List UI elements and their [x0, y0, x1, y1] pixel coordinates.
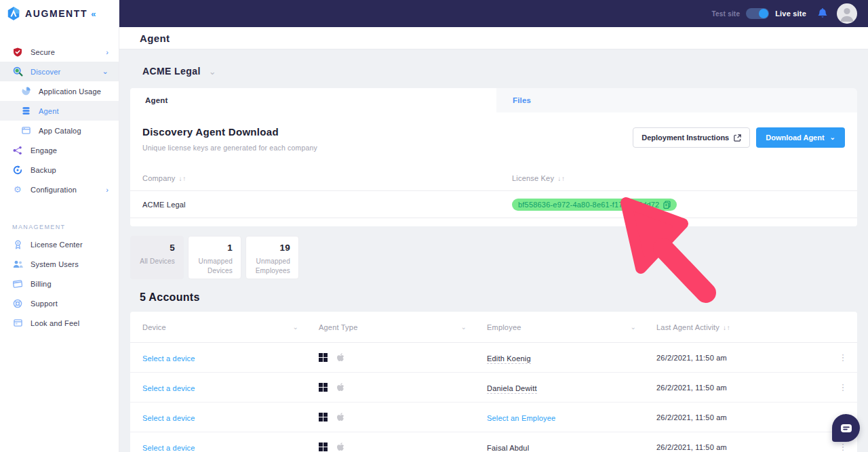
license-key-pill[interactable]: bf558636-e972-4a80-8e61-f176fd85dd72 [512, 199, 677, 211]
windows-icon [319, 383, 328, 392]
accounts-table: Device⌄ Agent Type⌄ Employee⌄ Last Agent… [130, 312, 857, 452]
download-agent-button[interactable]: Download Agent ⌄ [756, 127, 845, 148]
select-device-link[interactable]: Select a device [142, 414, 195, 422]
row-menu-icon[interactable]: ⋮ [829, 443, 857, 451]
site-mode-toggle[interactable] [746, 8, 769, 19]
sidebar-item-label: Look and Feel [31, 319, 79, 327]
stat-label: Unmapped Devices [197, 257, 233, 275]
window-icon [12, 318, 23, 329]
toggle-knob [759, 9, 768, 18]
company-cell: ACME Legal [142, 201, 512, 209]
company-selector[interactable]: ACME Legal ⌄ [142, 64, 216, 78]
license-table-row: ACME Legal bf558636-e972-4a80-8e61-f176f… [130, 191, 857, 218]
select-device-link[interactable]: Select a device [142, 354, 195, 363]
stat-unmapped-employees[interactable]: 19 Unmapped Employees [245, 236, 299, 279]
sidebar-item-agent[interactable]: Agent [0, 101, 119, 121]
sidebar-item-configuration[interactable]: ⚙ Configuration › [0, 180, 119, 199]
sort-icon[interactable]: ↓ ↑ [557, 175, 564, 182]
column-header-company[interactable]: Company↓ ↑ [142, 174, 512, 182]
page-title: Agent [140, 33, 170, 44]
pie-chart-icon [20, 86, 31, 97]
sidebar-item-label: Configuration [31, 186, 77, 194]
sidebar-item-billing[interactable]: Billing [0, 274, 119, 293]
last-agent-activity: 26/2/2021, 11:50 am [656, 443, 829, 451]
sidebar-item-discover[interactable]: Discover ⌄ [0, 62, 119, 81]
table-row: Select a device Edith Koenig 26/2/2021, … [130, 343, 857, 373]
management-section-label: MANAGEMENT [0, 220, 119, 234]
select-employee-link[interactable]: Select an Employee [487, 414, 555, 422]
sidebar-item-application-usage[interactable]: Application Usage [0, 81, 119, 101]
apple-icon [336, 413, 344, 422]
column-label: License Key [512, 174, 554, 182]
sidebar-item-support[interactable]: Support [0, 293, 119, 313]
select-device-link[interactable]: Select a device [142, 384, 195, 392]
sort-icon[interactable]: ↓ ↑ [723, 324, 730, 331]
column-header-last-agent-activity[interactable]: Last Agent Activity↓ ↑ [656, 323, 829, 331]
stat-value: 19 [280, 243, 290, 253]
users-icon [12, 259, 23, 270]
topbar: Test site Live site [119, 0, 868, 27]
sidebar-item-license-center[interactable]: License Center [0, 234, 119, 254]
stat-all-devices[interactable]: 5 All Devices [130, 236, 184, 279]
tab-label: Files [513, 96, 531, 104]
copy-icon[interactable] [663, 201, 671, 209]
last-agent-activity: 26/2/2021, 11:50 am [656, 413, 829, 422]
sidebar-item-label: License Center [31, 241, 83, 249]
sidebar-item-label: Application Usage [39, 87, 101, 96]
stat-unmapped-devices[interactable]: 1 Unmapped Devices [188, 236, 241, 279]
employee-name[interactable]: Faisal Abdul [487, 444, 529, 452]
select-device-link[interactable]: Select a device [142, 444, 195, 452]
notifications-bell-icon[interactable] [817, 8, 828, 20]
sidebar-collapse-icon[interactable]: « [91, 9, 94, 19]
network-icon [12, 145, 23, 156]
employee-name[interactable]: Daniela Dewitt [487, 384, 537, 394]
sidebar-item-label: Discover [31, 68, 60, 76]
main-content: ACME Legal ⌄ Agent Files Discovery Agent… [119, 49, 868, 452]
chat-widget-button[interactable] [832, 414, 860, 442]
backup-icon [12, 165, 23, 176]
employee-name[interactable]: Edith Koenig [487, 354, 531, 364]
sidebar: AUGMENTT « Secure › Discover ⌄ Applicati… [0, 0, 119, 452]
sidebar-item-label: Backup [31, 166, 56, 174]
agent-panel: Agent Files Discovery Agent Download Uni… [130, 88, 857, 226]
chevron-down-icon: ⌄ [209, 66, 216, 77]
column-label: Agent Type [319, 323, 357, 331]
last-agent-activity: 26/2/2021, 11:50 am [656, 384, 829, 392]
sidebar-item-label: App Catalog [39, 127, 81, 135]
billing-icon [12, 279, 23, 289]
column-header-employee[interactable]: Employee⌄ [487, 323, 656, 331]
sidebar-item-look-and-feel[interactable]: Look and Feel [0, 313, 119, 333]
chat-bubble-icon [840, 424, 852, 433]
table-row: Select a device Faisal Abdul 26/2/2021, … [130, 432, 857, 452]
sidebar-item-system-users[interactable]: System Users [0, 254, 119, 274]
chevron-down-icon: ⌄ [292, 323, 298, 331]
deployment-instructions-button[interactable]: Deployment Instructions [633, 127, 750, 148]
column-header-agent-type[interactable]: Agent Type⌄ [319, 323, 487, 331]
column-header-license-key[interactable]: License Key↓ ↑ [512, 174, 845, 182]
license-table: Company↓ ↑ License Key↓ ↑ ACME Legal bf5… [130, 165, 857, 218]
augmentt-logo-icon [6, 6, 21, 21]
row-menu-icon[interactable]: ⋮ [829, 383, 857, 392]
tab-bar: Agent Files [130, 88, 857, 112]
sort-icon[interactable]: ↓ ↑ [178, 175, 185, 182]
medal-icon [12, 239, 23, 250]
windows-icon [319, 413, 328, 422]
user-avatar[interactable] [837, 3, 857, 24]
chevron-down-icon: ⌄ [630, 323, 636, 331]
column-header-device[interactable]: Device⌄ [142, 323, 319, 331]
sidebar-item-engage[interactable]: Engage [0, 140, 119, 160]
chevron-down-icon: ⌄ [830, 133, 835, 141]
row-menu-icon[interactable]: ⋮ [829, 353, 857, 362]
tab-agent[interactable]: Agent [130, 88, 496, 112]
license-table-header: Company↓ ↑ License Key↓ ↑ [130, 165, 857, 191]
sidebar-item-backup[interactable]: Backup [0, 160, 119, 180]
column-label: Last Agent Activity [656, 323, 719, 331]
external-link-icon [734, 134, 741, 142]
column-label: Device [142, 323, 166, 331]
windows-icon [319, 353, 328, 362]
tab-files[interactable]: Files [496, 88, 857, 112]
sidebar-item-app-catalog[interactable]: App Catalog [0, 121, 119, 140]
page-header: Agent [119, 27, 868, 49]
chevron-down-icon: ⌄ [102, 67, 108, 76]
sidebar-item-secure[interactable]: Secure › [0, 42, 119, 62]
